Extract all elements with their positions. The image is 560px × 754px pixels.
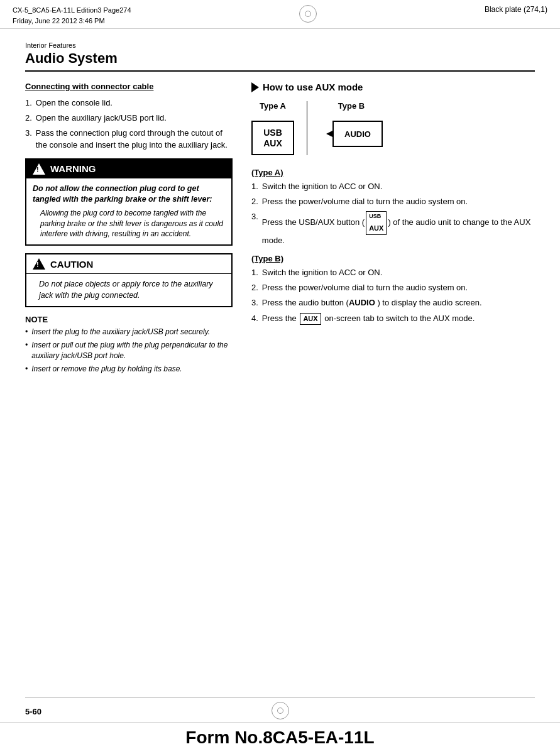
- step-num: 4.: [251, 313, 258, 325]
- warning-box: WARNING Do not allow the connection plug…: [25, 158, 233, 246]
- audio-bold-text: AUDIO: [349, 298, 375, 307]
- type-a-col: Type A USB AUX: [251, 101, 294, 155]
- subheading-connector: Connecting with connector cable: [25, 82, 233, 91]
- step-num: 1.: [251, 267, 258, 278]
- footer-center-mark: [272, 702, 289, 719]
- type-a-title: (Type A): [251, 168, 535, 177]
- type-a-label: Type A: [260, 101, 286, 111]
- step-num: 2.: [25, 112, 32, 124]
- step-num: 1.: [251, 181, 258, 192]
- note-item: Insert or remove the plug by holding its…: [25, 364, 233, 374]
- list-item: 2. Press the power/volume dial to turn t…: [251, 282, 535, 293]
- two-column-layout: Connecting with connector cable 1. Open …: [25, 82, 535, 381]
- section-title: Audio System: [25, 50, 535, 72]
- header-line2: Friday, June 22 2012 3:46 PM: [13, 16, 131, 26]
- aux-inline-btn: AUX: [300, 313, 321, 325]
- caution-triangle-icon: [33, 258, 45, 270]
- type-b-col: Type B AUDIO: [320, 101, 383, 147]
- step-text: Press the power/volume dial to turn the …: [262, 282, 468, 293]
- type-b-title: (Type B): [251, 254, 535, 263]
- note-list: Insert the plug to the auxiliary jack/US…: [25, 327, 233, 374]
- type-b-section: (Type B) 1. Switch the ignition to ACC o…: [251, 254, 535, 325]
- usb-aux-button-diagram: USB AUX: [251, 121, 294, 155]
- step-num: 1.: [25, 97, 32, 109]
- header-center-mark: [299, 5, 317, 23]
- type-a-section: (Type A) 1. Switch the ignition to ACC o…: [251, 168, 535, 246]
- aux-arrow-icon: [251, 82, 259, 92]
- registration-inner: [305, 11, 311, 17]
- caution-text: Do not place objects or apply force to t…: [33, 279, 225, 301]
- list-item: 4. Press the AUX on-screen tab to switch…: [251, 313, 535, 325]
- step-num: 2.: [251, 282, 258, 293]
- note-item: Insert the plug to the auxiliary jack/US…: [25, 327, 233, 337]
- warning-bold-text: Do not allow the connection plug cord to…: [33, 183, 225, 205]
- step-text: Open the auxiliary jack/USB port lid.: [36, 112, 167, 124]
- usb-aux-inline-btn: USBAUX: [366, 211, 387, 234]
- warning-sub-text: Allowing the plug cord to become tangled…: [33, 208, 225, 239]
- note-title: NOTE: [25, 315, 233, 324]
- aux-label: AUX: [263, 138, 282, 149]
- list-item: 1. Open the console lid.: [25, 97, 233, 109]
- step-num: 3.: [251, 211, 258, 246]
- step-text: Press the audio button (AUDIO ) to displ…: [262, 297, 482, 309]
- list-item: 2. Press the power/volume dial to turn t…: [251, 196, 535, 207]
- audio-btn-label: AUDIO: [344, 129, 371, 139]
- step-text: Press the power/volume dial to turn the …: [262, 196, 468, 207]
- registration-mark: [299, 5, 317, 23]
- main-content: Interior Features Audio System Connectin…: [0, 29, 560, 394]
- list-item: 1. Switch the ignition to ACC or ON.: [251, 181, 535, 192]
- warning-header: WARNING: [26, 160, 231, 178]
- list-item: 3. Pass the connection plug cord through…: [25, 128, 233, 150]
- warning-triangle-icon: [33, 163, 45, 175]
- step-num: 2.: [251, 196, 258, 207]
- type-divider: [307, 101, 307, 155]
- connecting-steps-list: 1. Open the console lid. 2. Open the aux…: [25, 97, 233, 151]
- note-item: Insert or pull out the plug with the plu…: [25, 340, 233, 361]
- list-item: 3. Press the audio button (AUDIO ) to di…: [251, 297, 535, 309]
- footer-registration-mark: [272, 702, 289, 719]
- type-b-label: Type B: [338, 101, 365, 111]
- step-text: Press the AUX on-screen tab to switch to…: [262, 313, 475, 325]
- type-a-steps: 1. Switch the ignition to ACC or ON. 2. …: [251, 181, 535, 246]
- caution-label: CAUTION: [50, 259, 93, 270]
- page-number: 5-60: [25, 707, 41, 716]
- footer-line: [25, 697, 535, 697]
- aux-mode-header: How to use AUX mode: [251, 82, 535, 92]
- step-text: Switch the ignition to ACC or ON.: [262, 267, 382, 278]
- list-item: 1. Switch the ignition to ACC or ON.: [251, 267, 535, 278]
- section-label: Interior Features: [25, 41, 535, 49]
- list-item: 3. Press the USB/AUX button (USBAUX) of …: [251, 211, 535, 246]
- step-text: Switch the ignition to ACC or ON.: [262, 181, 382, 192]
- type-diagram-row: Type A USB AUX Type B AUDIO: [251, 101, 535, 155]
- header-left: CX-5_8CA5-EA-11L Edition3 Page274 Friday…: [13, 5, 131, 26]
- usb-label: USB: [263, 128, 282, 138]
- warning-label: WARNING: [50, 163, 96, 174]
- list-item: 2. Open the auxiliary jack/USB port lid.: [25, 112, 233, 124]
- step-num: 3.: [25, 128, 32, 150]
- header-right: Black plate (274,1): [485, 5, 547, 14]
- caution-box: CAUTION Do not place objects or apply fo…: [25, 253, 233, 307]
- right-column: How to use AUX mode Type A USB AUX Type …: [251, 82, 535, 381]
- note-section: NOTE Insert the plug to the auxiliary ja…: [25, 315, 233, 374]
- step-text: Press the USB/AUX button (USBAUX) of the…: [262, 211, 535, 246]
- page-header: CX-5_8CA5-EA-11L Edition3 Page274 Friday…: [0, 0, 560, 29]
- step-text: Open the console lid.: [36, 97, 113, 109]
- step-text: Pass the connection plug cord through th…: [36, 128, 233, 150]
- step-num: 3.: [251, 297, 258, 309]
- header-line1: CX-5_8CA5-EA-11L Edition3 Page274: [13, 5, 131, 16]
- caution-header: CAUTION: [26, 254, 231, 274]
- type-b-steps: 1. Switch the ignition to ACC or ON. 2. …: [251, 267, 535, 325]
- footer-registration-inner: [277, 708, 283, 714]
- aux-header-text: How to use AUX mode: [263, 82, 363, 92]
- audio-button-diagram: AUDIO: [332, 121, 383, 147]
- left-column: Connecting with connector cable 1. Open …: [25, 82, 233, 381]
- form-number: Form No.8CA5-EA-11L: [0, 722, 560, 748]
